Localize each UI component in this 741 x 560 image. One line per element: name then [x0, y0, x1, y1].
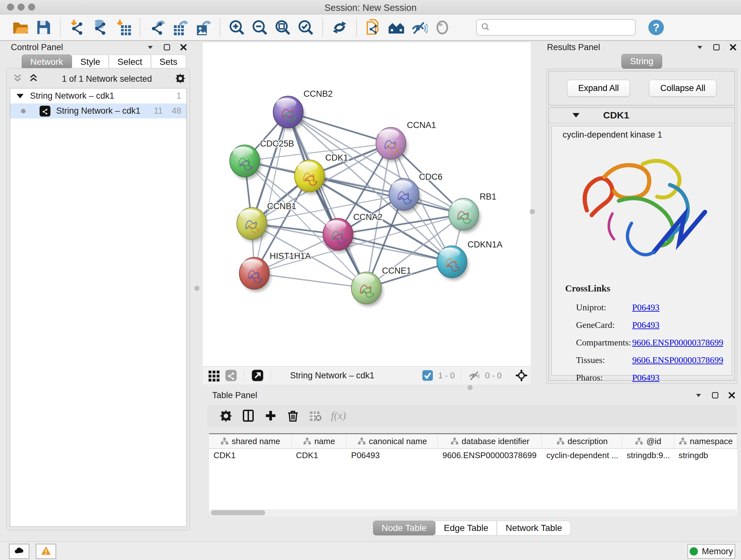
cloud-button[interactable]: [9, 544, 29, 559]
network-node-CDC25B[interactable]: [230, 145, 261, 179]
table-cell[interactable]: stringdb: [674, 449, 737, 462]
tab-network-table[interactable]: Network Table: [497, 521, 570, 536]
crosslink-link[interactable]: P06493: [632, 320, 660, 330]
zoom-fit-button[interactable]: [274, 18, 292, 37]
network-edge-CCNE1-HIST1H1A[interactable]: [254, 273, 366, 288]
tab-style[interactable]: Style: [72, 55, 109, 69]
hidden-eye-icon[interactable]: [468, 369, 481, 381]
selected-checkbox-icon[interactable]: [421, 369, 434, 381]
crosshair-icon[interactable]: [515, 369, 528, 381]
scrollbar-thumb[interactable]: [211, 510, 265, 515]
save-session-button[interactable]: [35, 18, 52, 37]
show-columns-icon[interactable]: [241, 408, 256, 423]
network-edge-CCNB2-HIST1H1A[interactable]: [254, 112, 288, 273]
column-header-database-identifier[interactable]: database identifier: [438, 434, 542, 448]
panel-float-icon[interactable]: [163, 43, 171, 53]
crosslink-link[interactable]: 9606.ENSP00000378699: [632, 337, 723, 348]
panel-divider-handle[interactable]: [194, 286, 199, 291]
document-share-button[interactable]: [364, 18, 382, 37]
column-header-at-id[interactable]: @id: [622, 434, 674, 448]
export-image-button[interactable]: [194, 18, 212, 37]
eye-slash-button[interactable]: [410, 18, 428, 37]
network-node-HIST1H1A[interactable]: [239, 257, 271, 292]
collapse-all-button[interactable]: Collapse All: [649, 80, 717, 97]
tab-node-table[interactable]: Node Table: [373, 521, 435, 536]
help-button[interactable]: ?: [647, 18, 665, 37]
protein-section-header[interactable]: CDK1: [549, 108, 735, 123]
collection-expand-icon[interactable]: [17, 94, 23, 98]
houses-button[interactable]: [387, 18, 405, 37]
panel-divider-handle[interactable]: [468, 385, 473, 390]
table-horizontal-scrollbar[interactable]: [209, 509, 737, 516]
column-header-shared-name[interactable]: shared name: [209, 434, 292, 448]
table-gear-icon[interactable]: [219, 408, 233, 423]
panel-close-icon[interactable]: [729, 43, 737, 53]
panel-float-icon[interactable]: [712, 43, 721, 53]
import-network-database-button[interactable]: [91, 18, 109, 37]
network-node-CDK1[interactable]: [294, 160, 326, 194]
crosslink-link[interactable]: P06493: [632, 373, 660, 383]
table-cell[interactable]: 9606.ENSP00000378699: [438, 449, 542, 462]
table-cell[interactable]: stringdb:9...: [622, 449, 674, 462]
search-input[interactable]: [490, 21, 635, 34]
panel-menu-caret-icon[interactable]: [146, 43, 154, 53]
zoom-selected-button[interactable]: [297, 18, 315, 37]
tab-select[interactable]: Select: [109, 55, 151, 69]
network-edge-CCNB2-CCNE1[interactable]: [288, 112, 366, 288]
panel-menu-caret-icon[interactable]: [694, 391, 703, 401]
network-node-CCNB2[interactable]: [273, 96, 305, 131]
column-header-description[interactable]: description: [542, 434, 622, 448]
table-cell[interactable]: CDK1: [292, 449, 347, 462]
network-node-CCNA1[interactable]: [376, 127, 408, 162]
node-label-RB1: RB1: [480, 192, 496, 201]
node-label-CDC6: CDC6: [419, 172, 443, 182]
column-label: description: [568, 436, 608, 446]
export-table-button[interactable]: [171, 18, 189, 37]
open-session-button[interactable]: [11, 18, 29, 37]
table-row[interactable]: CDK1CDK1P064939606.ENSP00000378699cyclin…: [209, 449, 737, 462]
panel-close-icon[interactable]: [179, 43, 188, 53]
column-header-name[interactable]: name: [292, 434, 347, 448]
zoom-in-button[interactable]: [228, 18, 246, 37]
tab-sets[interactable]: Sets: [151, 55, 186, 69]
collapse-all-tree-icon[interactable]: [12, 73, 23, 84]
table-cell[interactable]: P06493: [347, 449, 438, 462]
panel-close-icon[interactable]: [728, 391, 736, 401]
export-network-button[interactable]: [148, 18, 166, 37]
gear-icon[interactable]: [175, 73, 185, 84]
column-header-canonical-name[interactable]: canonical name: [347, 434, 438, 448]
network-row[interactable]: String Network – cdk1 11 48: [10, 104, 186, 118]
column-header-namespace[interactable]: namespace: [674, 434, 737, 448]
expand-all-button[interactable]: Expand All: [567, 80, 630, 97]
refresh-button[interactable]: [331, 18, 348, 37]
crosslink-link[interactable]: 9606.ENSP00000378699: [632, 355, 723, 365]
network-overview-icon[interactable]: [225, 369, 237, 381]
add-column-icon[interactable]: [263, 408, 278, 423]
zoom-out-button[interactable]: [251, 18, 269, 37]
network-node-RB1[interactable]: [449, 198, 480, 233]
delete-column-icon[interactable]: [286, 408, 300, 423]
warnings-button[interactable]: [36, 544, 56, 559]
panel-menu-caret-icon[interactable]: [696, 43, 704, 53]
tab-string[interactable]: String: [621, 54, 662, 69]
crosslink-link[interactable]: P06493: [632, 302, 660, 313]
birdseye-grid-icon[interactable]: [208, 369, 220, 381]
panel-divider-handle[interactable]: [530, 209, 535, 214]
network-canvas[interactable]: CCNB2CCNA1CDC25BCDK1CDC6RB1CCNB1CCNA2CDK…: [203, 43, 531, 366]
table-cell[interactable]: CDK1: [209, 449, 292, 462]
import-table-button[interactable]: [114, 18, 132, 37]
table-cell[interactable]: cyclin-dependent ...: [542, 449, 622, 462]
network-collection-row[interactable]: String Network – cdk1 1: [10, 88, 186, 104]
expand-all-tree-icon[interactable]: [28, 73, 39, 84]
panel-float-icon[interactable]: [711, 391, 719, 401]
import-network-button[interactable]: [68, 18, 86, 37]
network-node-CCNE1[interactable]: [351, 272, 383, 307]
open-in-new-window-icon[interactable]: [252, 369, 264, 381]
tab-network[interactable]: Network: [22, 55, 72, 69]
network-node-CDKN1A[interactable]: [437, 246, 468, 280]
search-box[interactable]: [476, 19, 636, 36]
section-collapse-icon[interactable]: [572, 113, 580, 118]
eye-button[interactable]: [433, 18, 451, 37]
memory-button[interactable]: Memory: [687, 544, 735, 559]
tab-edge-table[interactable]: Edge Table: [435, 521, 497, 536]
